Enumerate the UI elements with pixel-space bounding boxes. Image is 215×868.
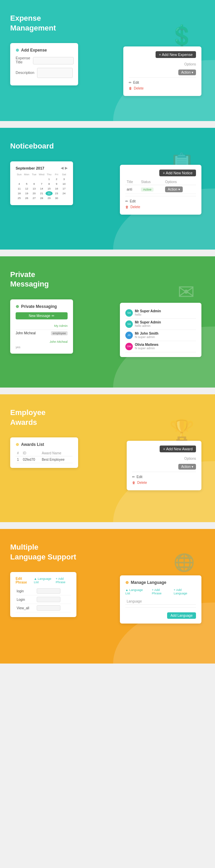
expense-edit-option[interactable]: ✏ Edit bbox=[129, 80, 196, 85]
manage-lang-icon: ⊕ bbox=[125, 580, 129, 585]
john-micheal-link[interactable]: John Micheal bbox=[50, 340, 68, 343]
expense-desc-row: Description bbox=[16, 68, 73, 78]
pm-icon: ⊕ bbox=[16, 304, 19, 309]
edit-phrase-card: Edit Phrase ▲ Language List + Add Phrase… bbox=[10, 572, 76, 617]
notice-edit-option[interactable]: ✏ Edit bbox=[125, 198, 196, 204]
manage-language-card: ⊕ Manage Language ▲ Language List + Add … bbox=[120, 575, 201, 624]
add-new-expense-button[interactable]: + Add New Expense bbox=[156, 51, 196, 58]
edit-icon: ✏ bbox=[129, 81, 131, 84]
my-admin-link[interactable]: My Admin bbox=[54, 324, 68, 328]
messaging-section: ✉ Private Messaging ⊕ Private Messaging … bbox=[0, 256, 215, 388]
cal-prev-button[interactable]: ◀ bbox=[61, 166, 64, 170]
phrase-viewall-input[interactable] bbox=[37, 605, 60, 611]
msg-item-4[interactable]: OM Olivia Mattews hi super admin bbox=[125, 341, 196, 352]
msg-item-2[interactable]: SA Mr Super Admin hello admin bbox=[125, 319, 196, 330]
add-new-notice-button[interactable]: + Add New Notice bbox=[159, 170, 196, 176]
pm-contact-item: John Micheal employee bbox=[16, 330, 68, 337]
award-row: 1 02fed70 Best Employee bbox=[16, 456, 73, 463]
delete-icon: 🗑 bbox=[132, 481, 136, 485]
edit-icon: ✏ bbox=[125, 199, 128, 203]
manage-language-header: ⊕ Manage Language bbox=[125, 580, 196, 585]
awards-section: 🏆 Employee Awards ⊕ Awards List # ID Awa… bbox=[0, 394, 215, 522]
calendar-header: September 2017 ◀ ▶ bbox=[16, 166, 68, 170]
cal-next-button[interactable]: ▶ bbox=[65, 166, 68, 170]
calendar-grid: Sun Mon Tue Wed Thu Fri Sat 1 2 3 bbox=[16, 172, 68, 200]
add-language-button[interactable]: Add Language bbox=[167, 612, 196, 619]
add-expense-header: ⊕ Add Expense bbox=[16, 48, 73, 53]
status-badge: Active bbox=[141, 188, 154, 192]
delete-icon: 🗑 bbox=[129, 86, 132, 90]
language-list-tab[interactable]: ▲ Language List bbox=[34, 577, 53, 584]
ml-language-list-tab[interactable]: ▲ Language List bbox=[125, 588, 148, 595]
expense-title-row: Expense Title bbox=[16, 56, 73, 65]
expense-title-input[interactable] bbox=[33, 57, 74, 64]
award-options-card: + Add New Award Options Action ▾ ✏ Edit … bbox=[127, 441, 201, 490]
add-new-award-button[interactable]: + Add New Award bbox=[160, 446, 196, 452]
award-delete-option[interactable]: 🗑 Delete bbox=[132, 480, 196, 486]
pm-card-header: ⊕ Private Messaging bbox=[16, 304, 68, 309]
options-label: Options bbox=[184, 62, 196, 66]
phrase-Login-input[interactable] bbox=[37, 597, 60, 602]
expense-title-label: Expense Title bbox=[16, 56, 30, 64]
language-section: 🌐 Multiple Language Support Edit Phrase … bbox=[0, 529, 215, 664]
edit-phrase-tab[interactable]: Edit Phrase bbox=[16, 577, 31, 584]
calendar-month-year: September 2017 bbox=[16, 166, 44, 170]
edit-phrase-table: login Login View_all bbox=[16, 587, 71, 612]
notice-action-button[interactable]: Action ▾ bbox=[165, 186, 183, 192]
messaging-title: Private Messaging bbox=[10, 270, 78, 289]
phrase-row-login: login bbox=[16, 587, 71, 595]
expense-title: Expense Management bbox=[10, 14, 78, 33]
avatar-2: SA bbox=[125, 320, 133, 328]
expense-options-card: + Add New Expense Options Action ▾ ✏ Edi… bbox=[123, 46, 201, 96]
avatar-4: OM bbox=[125, 343, 133, 350]
awards-plus-icon: ⊕ bbox=[16, 442, 19, 447]
msg-item-3[interactable]: JS Mr John Smith hi super admin bbox=[125, 330, 196, 341]
delete-icon: 🗑 bbox=[125, 205, 129, 209]
msg-item-1[interactable]: SA Mr Super Admin hello bbox=[125, 308, 196, 319]
phrase-row-Login: Login bbox=[16, 595, 71, 604]
awards-title: Employee Awards bbox=[10, 408, 78, 427]
expense-delete-option[interactable]: 🗑 Delete bbox=[129, 85, 196, 91]
edit-icon: ✏ bbox=[132, 475, 135, 479]
noticeboard-title: Noticeboard bbox=[10, 141, 78, 151]
add-expense-card: ⊕ Add Expense Expense Title Description bbox=[10, 43, 78, 85]
yes-text: yes bbox=[16, 346, 68, 349]
awards-table: # ID Award Name 1 02fed70 Best Employee bbox=[16, 450, 73, 463]
plus-icon: ⊕ bbox=[16, 48, 19, 53]
award-options-label: Options bbox=[184, 457, 196, 460]
notice-table-row: anti Active Action ▾ bbox=[125, 185, 196, 194]
phrase-login-input[interactable] bbox=[37, 588, 60, 594]
expense-desc-input[interactable] bbox=[37, 68, 73, 78]
award-action-button[interactable]: Action ▾ bbox=[178, 464, 196, 470]
notice-options-card: + Add New Notice Title Status Options an… bbox=[120, 165, 201, 215]
noticeboard-section: 📋 Noticeboard September 2017 ◀ ▶ Sun Mon… bbox=[0, 128, 215, 250]
new-message-button[interactable]: New Message ✏ bbox=[16, 312, 68, 319]
calendar-card: September 2017 ◀ ▶ Sun Mon Tue Wed Thu F… bbox=[10, 161, 73, 205]
awards-list-card: ⊕ Awards List # ID Award Name 1 bbox=[10, 437, 78, 468]
language-icon: 🌐 bbox=[174, 553, 195, 572]
awards-list-header: ⊕ Awards List bbox=[16, 442, 73, 447]
language-title: Multiple Language Support bbox=[10, 542, 78, 562]
language-table: Language bbox=[125, 598, 196, 608]
expense-section: 💲 Expense Management ⊕ Add Expense Expen… bbox=[0, 0, 215, 121]
award-edit-option[interactable]: ✏ Edit bbox=[132, 474, 196, 480]
avatar-1: SA bbox=[125, 309, 133, 317]
compose-icon: ✏ bbox=[52, 314, 54, 318]
expense-action-button[interactable]: Action ▾ bbox=[178, 70, 196, 75]
ml-add-language-tab[interactable]: + Add Language bbox=[174, 588, 196, 595]
add-phrase-tab-small[interactable]: + Add Phrase bbox=[56, 577, 71, 584]
notice-table: Title Status Options anti Active Action … bbox=[125, 179, 196, 194]
message-list: SA Mr Super Admin hello SA Mr Super Admi… bbox=[125, 308, 196, 352]
ml-add-phrase-tab[interactable]: + Add Phrase bbox=[152, 588, 170, 595]
phrase-row-viewall: View_all bbox=[16, 604, 71, 612]
language-row bbox=[125, 605, 196, 608]
expense-desc-label: Description bbox=[16, 71, 34, 75]
private-messaging-card: ⊕ Private Messaging New Message ✏ My Adm… bbox=[10, 299, 73, 354]
avatar-3: JS bbox=[125, 332, 133, 339]
notice-delete-option[interactable]: 🗑 Delete bbox=[125, 204, 196, 210]
message-list-card: SA Mr Super Admin hello SA Mr Super Admi… bbox=[120, 303, 201, 357]
